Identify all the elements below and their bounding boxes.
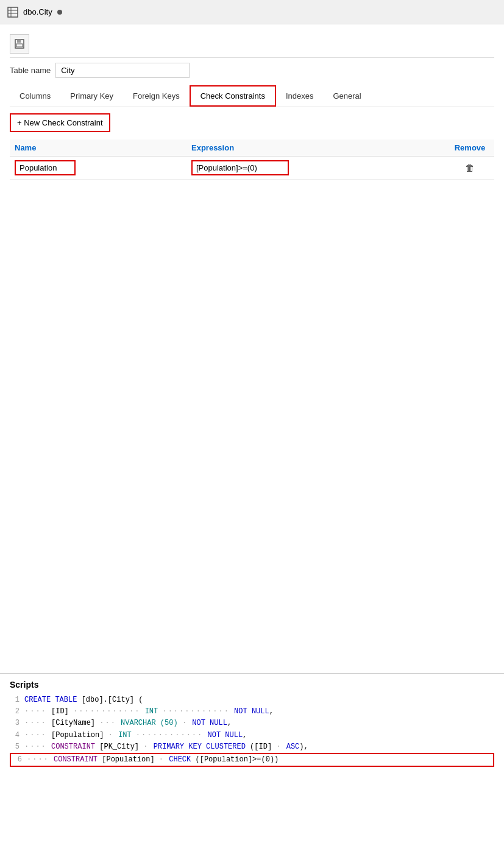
remove-constraint-button[interactable]: 🗑 [465,163,475,174]
line-num-2: 2 [10,706,20,718]
tab-columns[interactable]: Columns [10,86,60,105]
tab-primary-key[interactable]: Primary Key [60,86,123,105]
script-line-3: 3 ···· [CityName] ··· NVARCHAR (50) · NO… [10,718,494,729]
new-check-constraint-button[interactable]: + New Check Constraint [10,113,110,132]
col-header-name: Name [10,139,186,157]
col-header-remove: Remove [445,139,494,157]
col-header-expression: Expression [186,139,445,157]
script-line-6-text: ···· CONSTRAINT [Population] · CHECK ([P… [27,754,279,766]
svg-rect-5 [17,40,21,43]
tab-check-constraints[interactable]: Check Constraints [190,85,276,107]
tabs: Columns Primary Key Foreign Keys Check C… [10,85,494,107]
main-content: Table name Columns Primary Key Foreign K… [0,24,504,186]
constraint-table: Name Expression Remove Population [Popul… [10,139,494,180]
svg-rect-6 [16,44,23,47]
script-line-2-text: ···· [ID] ············ INT ············ … [24,706,274,718]
script-line-1: 1 CREATE TABLE [dbo].[City] ( [10,694,494,706]
constraint-remove-cell: 🗑 [445,157,494,180]
script-line-5-text: ···· CONSTRAINT [PK_City] · PRIMARY KEY … [24,741,308,753]
svg-rect-7 [16,47,23,48]
constraint-expression-cell: [Population]>=(0) [186,157,445,180]
tab-general[interactable]: General [323,86,371,105]
line-num-5: 5 [10,741,20,753]
scripts-title: Scripts [10,680,494,690]
line-num-3: 3 [10,718,20,729]
constraint-row: Population [Population]>=(0) 🗑 [10,157,494,180]
tab-indexes[interactable]: Indexes [276,86,324,105]
line-num-6: 6 [12,754,22,766]
svg-rect-0 [8,7,18,17]
script-line-6: 6 ···· CONSTRAINT [Population] · CHECK (… [10,753,494,767]
toolbar [10,30,494,58]
line-num-4: 4 [10,730,20,741]
script-line-5: 5 ···· CONSTRAINT [PK_City] · PRIMARY KE… [10,741,494,753]
scripts-section: Scripts 1 CREATE TABLE [dbo].[City] ( 2 … [0,674,504,773]
window-title: dbo.City [23,7,52,16]
script-line-3-text: ···· [CityName] ··· NVARCHAR (50) · NOT … [24,718,232,729]
table-name-row: Table name [10,63,494,78]
line-num-1: 1 [10,694,20,706]
tab-foreign-keys[interactable]: Foreign Keys [123,86,190,105]
script-line-4-text: ···· [Population] · INT ············ NOT… [24,730,247,741]
table-name-label: Table name [10,66,51,75]
constraint-name-value: Population [15,160,76,175]
title-bar: dbo.City [0,0,504,24]
script-line-2: 2 ···· [ID] ············ INT ···········… [10,706,494,718]
save-button[interactable] [10,34,29,54]
modified-indicator [57,10,62,15]
scripts-content: 1 CREATE TABLE [dbo].[City] ( 2 ···· [ID… [10,694,494,767]
table-name-input[interactable] [55,63,190,78]
save-icon [14,38,25,49]
script-line-4: 4 ···· [Population] · INT ············ N… [10,730,494,741]
constraint-name-cell: Population [10,157,186,180]
script-line-1-text: CREATE TABLE [dbo].[City] ( [24,694,143,706]
table-icon [7,7,18,18]
constraint-expression-value: [Population]>=(0) [191,160,289,175]
content-spacer [0,186,504,673]
